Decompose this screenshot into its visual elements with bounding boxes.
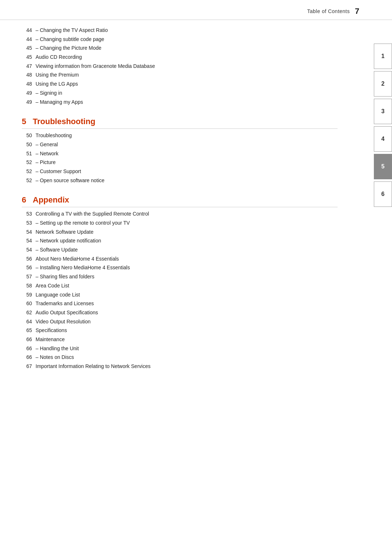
list-item: 65 Specifications	[22, 327, 338, 335]
toc-text: Language code List	[36, 291, 338, 299]
list-item: 66 Maintenance	[22, 336, 338, 344]
toc-page: 48	[22, 71, 36, 79]
toc-text: About Nero MediaHome 4 Essentials	[36, 255, 338, 263]
toc-page: 49	[22, 89, 36, 97]
section-5-title: Troubleshooting	[33, 117, 95, 126]
list-item: 47 Viewing information from Gracenote Me…	[22, 62, 338, 70]
toc-text: – Network update notification	[36, 237, 338, 245]
list-item: 50 – General	[22, 141, 338, 149]
toc-page: 66	[22, 336, 36, 344]
toc-page: 59	[22, 291, 36, 299]
sidebar-tab-4[interactable]: 4	[374, 126, 392, 152]
toc-text: – Handling the Unit	[36, 345, 338, 353]
toc-page: 47	[22, 62, 36, 70]
sidebar-tabs: 123456	[374, 0, 392, 556]
sidebar-tab-2[interactable]: 2	[374, 71, 392, 97]
list-item: 51 – Network	[22, 150, 338, 158]
list-item: 53 – Setting up the remote to control yo…	[22, 219, 338, 227]
list-item: 44 – Changing the TV Aspect Ratio	[22, 26, 338, 34]
toc-page: 65	[22, 327, 36, 335]
toc-page: 67	[22, 363, 36, 371]
toc-text: Important Information Relating to Networ…	[36, 363, 338, 371]
toc-page: 51	[22, 150, 36, 158]
toc-text: Using the LG Apps	[36, 80, 338, 88]
toc-page: 53	[22, 210, 36, 218]
toc-text: Trademarks and Licenses	[36, 300, 338, 308]
list-item: 48 Using the Premium	[22, 71, 338, 79]
sidebar-tab-6[interactable]: 6	[374, 181, 392, 207]
toc-text: Audio Output Specifications	[36, 309, 338, 317]
list-item: 52 – Picture	[22, 159, 338, 167]
toc-page: 50	[22, 132, 36, 140]
list-item: 50 Troubleshooting	[22, 132, 338, 140]
toc-text: Troubleshooting	[36, 132, 338, 140]
section-6: 6 Appendix 53 Controlling a TV with the …	[22, 195, 338, 370]
header-title: Table of Contents	[307, 8, 350, 14]
toc-page: 44	[22, 26, 36, 34]
list-item: 66 – Handling the Unit	[22, 345, 338, 353]
toc-page: 44	[22, 36, 36, 44]
toc-page: 54	[22, 237, 36, 245]
list-item: 57 – Sharing files and folders	[22, 273, 338, 281]
list-item: 60 Trademarks and Licenses	[22, 300, 338, 308]
list-item: 56 – Installing Nero MediaHome 4 Essenti…	[22, 264, 338, 272]
list-item: 44 – Changing subtitle code page	[22, 36, 338, 44]
toc-page: 52	[22, 159, 36, 167]
list-item: 58 Area Code List	[22, 282, 338, 290]
toc-page: 56	[22, 255, 36, 263]
toc-page: 66	[22, 353, 36, 361]
toc-page: 54	[22, 228, 36, 236]
toc-text: – Setting up the remote to control your …	[36, 219, 338, 227]
section-6-entries: 53 Controlling a TV with the Supplied Re…	[22, 210, 338, 370]
sidebar-tab-1[interactable]: 1	[374, 44, 392, 69]
toc-text: Video Output Resolution	[36, 318, 338, 326]
toc-page: 66	[22, 345, 36, 353]
toc-page: 49	[22, 98, 36, 106]
intro-section: 44 – Changing the TV Aspect Ratio 44 – C…	[22, 26, 338, 106]
toc-text: – Picture	[36, 159, 338, 167]
sidebar-tab-5[interactable]: 5	[374, 154, 392, 179]
list-item: 48 Using the LG Apps	[22, 80, 338, 88]
toc-text: Maintenance	[36, 336, 338, 344]
section-6-header: 6 Appendix	[22, 195, 338, 207]
toc-page: 57	[22, 273, 36, 281]
list-item: 49 – Managing my Apps	[22, 98, 338, 106]
toc-text: Using the Premium	[36, 71, 338, 79]
toc-text: – General	[36, 141, 338, 149]
sidebar-tab-3[interactable]: 3	[374, 99, 392, 124]
toc-page: 52	[22, 177, 36, 185]
toc-text: – Signing in	[36, 89, 338, 97]
toc-text: Network Software Update	[36, 228, 338, 236]
toc-text: Audio CD Recording	[36, 53, 338, 61]
list-item: 45 – Changing the Picture Mode	[22, 44, 338, 52]
toc-text: – Open source software notice	[36, 177, 338, 185]
toc-text: – Managing my Apps	[36, 98, 338, 106]
toc-page: 53	[22, 219, 36, 227]
toc-text: – Network	[36, 150, 338, 158]
list-item: 54 Network Software Update	[22, 228, 338, 236]
toc-text: – Changing subtitle code page	[36, 36, 338, 44]
list-item: 66 – Notes on Discs	[22, 353, 338, 361]
list-item: 54 – Software Update	[22, 246, 338, 254]
toc-page: 54	[22, 246, 36, 254]
list-item: 62 Audio Output Specifications	[22, 309, 338, 317]
toc-page: 64	[22, 318, 36, 326]
section-5-header: 5 Troubleshooting	[22, 117, 338, 129]
main-content: 44 – Changing the TV Aspect Ratio 44 – C…	[0, 20, 370, 396]
toc-text: – Installing Nero MediaHome 4 Essentials	[36, 264, 338, 272]
list-item: 67 Important Information Relating to Net…	[22, 363, 338, 371]
toc-page: 60	[22, 300, 36, 308]
toc-page: 52	[22, 168, 36, 176]
section-6-title: Appendix	[33, 195, 69, 205]
toc-page: 62	[22, 309, 36, 317]
list-item: 56 About Nero MediaHome 4 Essentials	[22, 255, 338, 263]
list-item: 45 Audio CD Recording	[22, 53, 338, 61]
section-5-number: 5	[22, 117, 26, 126]
toc-page: 56	[22, 264, 36, 272]
header-page-number: 7	[355, 7, 359, 16]
toc-text: – Notes on Discs	[36, 353, 338, 361]
toc-text: – Changing the Picture Mode	[36, 44, 338, 52]
list-item: 54 – Network update notification	[22, 237, 338, 245]
toc-page: 58	[22, 282, 36, 290]
section-5-entries: 50 Troubleshooting 50 – General 51 – Net…	[22, 132, 338, 184]
